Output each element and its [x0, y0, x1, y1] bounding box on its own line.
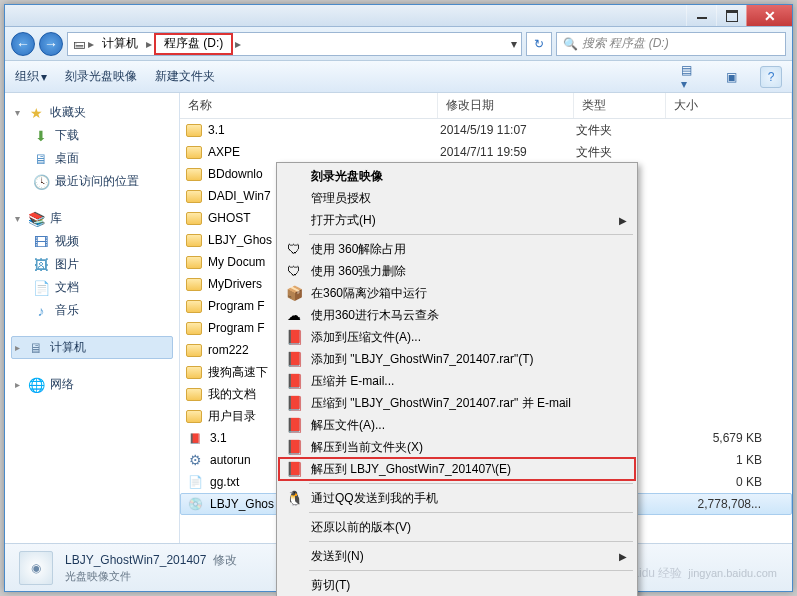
ctx-extract-to-folder[interactable]: 📕解压到 LBJY_GhostWin7_201407\(E) [279, 458, 635, 480]
separator [309, 570, 633, 571]
ctx-360-trojan-scan[interactable]: ☁使用360进行木马云查杀 [279, 304, 635, 326]
rar-icon: 📕 [285, 460, 303, 478]
column-type[interactable]: 类型 [574, 93, 666, 118]
folder-icon [186, 388, 202, 401]
forward-button[interactable]: → [39, 32, 63, 56]
toolbar: 组织 ▾ 刻录光盘映像 新建文件夹 ▤ ▾ ▣ ? [5, 61, 792, 93]
txt-icon: 📄 [186, 473, 204, 491]
ctx-qq-send[interactable]: 🐧通过QQ发送到我的手机 [279, 487, 635, 509]
ctx-add-to-archive[interactable]: 📕添加到压缩文件(A)... [279, 326, 635, 348]
organize-menu[interactable]: 组织 ▾ [15, 68, 47, 85]
file-thumbnail: ◉ [19, 551, 53, 585]
rar-icon: 📕 [285, 328, 303, 346]
qq-icon: 🐧 [285, 489, 303, 507]
sidebar-computer[interactable]: ▸🖥计算机 [11, 336, 173, 359]
breadcrumb[interactable]: 🖴 ▸ 计算机 ▸ 程序盘 (D:) ▸ ▾ [67, 32, 522, 56]
separator [309, 234, 633, 235]
ctx-cut[interactable]: 剪切(T) [279, 574, 635, 596]
sidebar-item-downloads[interactable]: ⬇下载 [11, 124, 173, 147]
sidebar-favorites[interactable]: ▾★收藏夹 [11, 101, 173, 124]
file-size: 0 KB [670, 475, 792, 489]
ctx-zip-email[interactable]: 📕压缩并 E-mail... [279, 370, 635, 392]
inf-icon: ⚙ [186, 451, 204, 469]
burn-image-button[interactable]: 刻录光盘映像 [65, 68, 137, 85]
ctx-360-unlock[interactable]: 🛡使用 360解除占用 [279, 238, 635, 260]
star-icon: ★ [28, 105, 44, 121]
chevron-down-icon: ▾ [15, 107, 20, 118]
sidebar-item-pictures[interactable]: 🖼图片 [11, 253, 173, 276]
chevron-right-icon: ▶ [619, 551, 627, 562]
ctx-360-sandbox[interactable]: 📦在360隔离沙箱中运行 [279, 282, 635, 304]
library-icon: 📚 [28, 211, 44, 227]
file-row[interactable]: 3.12014/5/19 11:07文件夹 [180, 119, 792, 141]
column-headers[interactable]: 名称 修改日期 类型 大小 [180, 93, 792, 119]
ctx-360-force-delete[interactable]: 🛡使用 360强力删除 [279, 260, 635, 282]
chevron-down-icon: ▾ [41, 70, 47, 84]
status-filetype: 光盘映像文件 [65, 569, 237, 584]
folder-icon [186, 124, 202, 137]
breadcrumb-computer[interactable]: 计算机 [96, 33, 144, 55]
view-options-button[interactable]: ▤ ▾ [680, 66, 702, 88]
ctx-add-to-rar[interactable]: 📕添加到 "LBJY_GhostWin7_201407.rar"(T) [279, 348, 635, 370]
file-type: 文件夹 [576, 144, 668, 161]
file-name: AXPE [208, 145, 440, 159]
ctx-extract-here[interactable]: 📕解压到当前文件夹(X) [279, 436, 635, 458]
folder-icon [186, 146, 202, 159]
folder-icon [186, 234, 202, 247]
recent-icon: 🕓 [33, 174, 49, 190]
sidebar-item-documents[interactable]: 📄文档 [11, 276, 173, 299]
search-placeholder: 搜索 程序盘 (D:) [582, 35, 669, 52]
minimize-button[interactable] [686, 5, 716, 26]
ctx-restore-version[interactable]: 还原以前的版本(V) [279, 516, 635, 538]
chevron-right-icon: ▸ [15, 379, 20, 390]
refresh-button[interactable]: ↻ [526, 32, 552, 56]
download-icon: ⬇ [33, 128, 49, 144]
ctx-send-to[interactable]: 发送到(N)▶ [279, 545, 635, 567]
file-row[interactable]: AXPE2014/7/11 19:59文件夹 [180, 141, 792, 163]
column-date[interactable]: 修改日期 [438, 93, 574, 118]
new-folder-button[interactable]: 新建文件夹 [155, 68, 215, 85]
chevron-right-icon: ▸ [88, 37, 94, 51]
rar-icon: 📕 [285, 394, 303, 412]
breadcrumb-drive[interactable]: 程序盘 (D:) [154, 33, 233, 55]
breadcrumb-dropdown[interactable]: ▾ [507, 37, 521, 51]
rar-icon: 📕 [285, 372, 303, 390]
file-date: 2014/5/19 11:07 [440, 123, 576, 137]
folder-icon [186, 190, 202, 203]
sidebar-item-videos[interactable]: 🎞视频 [11, 230, 173, 253]
chevron-right-icon: ▸ [15, 342, 20, 353]
sidebar-item-recent[interactable]: 🕓最近访问的位置 [11, 170, 173, 193]
maximize-button[interactable] [716, 5, 746, 26]
separator [309, 541, 633, 542]
ctx-burn-image[interactable]: 刻录光盘映像 [279, 165, 635, 187]
status-meta: 修改 [213, 553, 237, 567]
360-icon: 🛡 [285, 262, 303, 280]
context-menu: 刻录光盘映像 管理员授权 打开方式(H)▶ 🛡使用 360解除占用 🛡使用 36… [276, 162, 638, 596]
navigation-pane: ▾★收藏夹 ⬇下载 🖥桌面 🕓最近访问的位置 ▾📚库 🎞视频 🖼图片 📄文档 ♪… [5, 93, 180, 543]
sidebar-network[interactable]: ▸🌐网络 [11, 373, 173, 396]
column-size[interactable]: 大小 [666, 93, 792, 118]
ctx-rar-email[interactable]: 📕压缩到 "LBJY_GhostWin7_201407.rar" 并 E-mai… [279, 392, 635, 414]
ctx-open-with[interactable]: 打开方式(H)▶ [279, 209, 635, 231]
network-icon: 🌐 [28, 377, 44, 393]
ctx-admin-auth[interactable]: 管理员授权 [279, 187, 635, 209]
status-filename: LBJY_GhostWin7_201407 [65, 553, 206, 567]
back-button[interactable]: ← [11, 32, 35, 56]
folder-icon [186, 410, 202, 423]
close-button[interactable] [746, 5, 792, 26]
preview-pane-button[interactable]: ▣ [720, 66, 742, 88]
separator [309, 512, 633, 513]
sidebar-item-music[interactable]: ♪音乐 [11, 299, 173, 322]
titlebar [5, 5, 792, 27]
sidebar-item-desktop[interactable]: 🖥桌面 [11, 147, 173, 170]
disc-icon: 💿 [186, 495, 204, 513]
drive-icon: 🖴 [72, 37, 86, 51]
file-name: 3.1 [208, 123, 440, 137]
sandbox-icon: 📦 [285, 284, 303, 302]
help-button[interactable]: ? [760, 66, 782, 88]
sidebar-libraries[interactable]: ▾📚库 [11, 207, 173, 230]
search-input[interactable]: 🔍 搜索 程序盘 (D:) [556, 32, 786, 56]
ctx-extract-files[interactable]: 📕解压文件(A)... [279, 414, 635, 436]
folder-icon [186, 322, 202, 335]
column-name[interactable]: 名称 [180, 93, 438, 118]
